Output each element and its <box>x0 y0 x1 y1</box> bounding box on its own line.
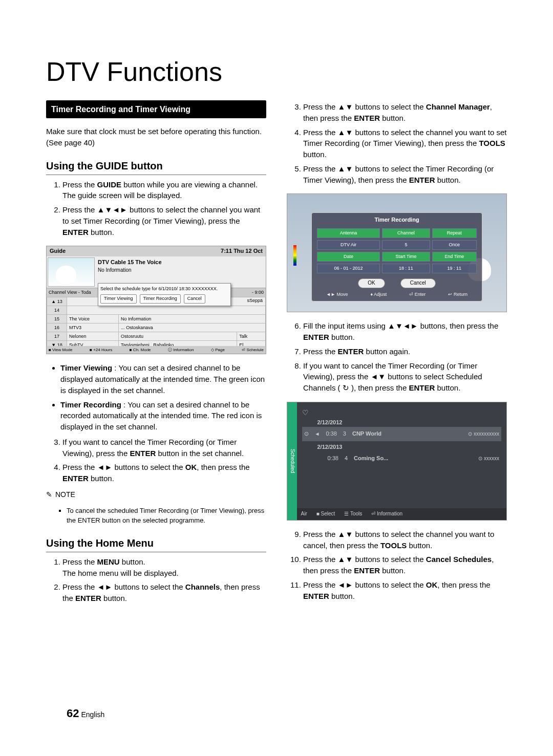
figure-guide-screen: Guide 7:11 Thu 12 Oct DTV Cable 15 The V… <box>46 246 266 354</box>
right-steps-2: Fill the input items using ▲▼◄► buttons,… <box>287 320 507 394</box>
r-step-3: Press the ▲▼ buttons to select the Chann… <box>303 101 507 124</box>
bullet-timer-viewing: Timer Viewing : You can set a desired ch… <box>60 362 266 396</box>
note-label: ✎ NOTE <box>46 489 266 500</box>
right-steps-1: Press the ▲▼ buttons to select the Chann… <box>287 101 507 185</box>
guide-no-information: No Information <box>98 267 264 274</box>
figure-scheduled-list: Scheduled ♡ 2/12/2012 ⊙ ◄ 0:383 CNP Worl… <box>287 402 507 521</box>
home-step-2: Press the ◄► buttons to select the Chann… <box>62 581 266 604</box>
guide-bullets: Timer Viewing : You can set a desired ch… <box>46 362 266 433</box>
step-4: Press the ◄► buttons to select the OK, t… <box>62 462 266 484</box>
r-step-6: Fill the input items using ▲▼◄► buttons,… <box>303 320 507 343</box>
heart-icon: ♡ <box>302 407 502 418</box>
popup-timer-viewing[interactable]: Timer Viewing <box>100 294 137 303</box>
scheduled-row-2[interactable]: 0:384 Coming So... ⊙ xxxxxx <box>302 451 502 466</box>
rainbow-strip <box>293 245 296 266</box>
right-steps-3: Press the ▲▼ buttons to select the chann… <box>287 529 507 602</box>
dialog-cancel-button[interactable]: Cancel <box>400 278 436 288</box>
guide-clock: 7:11 Thu 12 Oct <box>221 247 263 255</box>
r-step-5: Press the ▲▼ buttons to select the Timer… <box>303 163 507 186</box>
section-bar: Timer Recording and Timer Viewing <box>46 100 266 118</box>
guide-time-column: - 9:00 <box>252 289 264 296</box>
note-list: To cancel the scheduled Timer Recording … <box>46 506 266 526</box>
bullet-timer-recording: Timer Recording : You can set a desired … <box>60 399 266 433</box>
page-title: DTV Functions <box>46 56 507 87</box>
subhead-home-menu: Using the Home Menu <box>46 536 266 552</box>
scheduled-tab[interactable]: Scheduled <box>287 402 297 520</box>
polar-bear-thumbnail <box>48 257 95 287</box>
date-2: 2/12/2013 <box>317 443 502 451</box>
step-1: Press the GUIDE button while you are vie… <box>62 179 266 202</box>
clock-icon: ↻ <box>343 383 349 392</box>
r-step-10: Press the ▲▼ buttons to select the Cance… <box>303 554 507 576</box>
r-step-11: Press the ◄► buttons to select the OK, t… <box>303 579 507 602</box>
guide-steps-2: If you want to cancel the Timer Recordin… <box>46 437 266 484</box>
home-menu-steps: Press the MENU button.The home menu will… <box>46 556 266 604</box>
r-step-7: Press the ENTER button again. <box>303 346 507 357</box>
r-step-9: Press the ▲▼ buttons to select the chann… <box>303 529 507 551</box>
scheduled-row-1[interactable]: ⊙ ◄ 0:383 CNP World ⊙ xxxxxxxxxx <box>302 427 502 441</box>
home-step-1: Press the MENU button.The home menu will… <box>62 556 266 579</box>
guide-steps-1: Press the GUIDE button while you are vie… <box>46 179 266 238</box>
timer-recording-dialog: Timer Recording AntennaChannelRepeat DTV… <box>311 212 482 301</box>
schedule-type-popup: Select the schedule type for 6/1/2010/ 1… <box>98 283 231 306</box>
guide-title: Guide <box>50 247 66 255</box>
note-item: To cancel the scheduled Timer Recording … <box>67 506 266 526</box>
step-3: If you want to cancel the Timer Recordin… <box>62 437 266 459</box>
subhead-guide: Using the GUIDE button <box>46 159 266 175</box>
step-2: Press the ▲▼◄► buttons to select the cha… <box>62 204 266 237</box>
page-number: 62 English <box>67 707 104 720</box>
figure-timer-recording-dialog: Timer Recording AntennaChannelRepeat DTV… <box>287 193 507 312</box>
note-icon: ✎ <box>46 489 52 500</box>
r-step-8: If you want to cancel the Timer Recordin… <box>303 360 507 394</box>
channel-view-label: Channel View - Toda <box>49 289 91 296</box>
clock-icon: ⊙ <box>304 430 309 438</box>
guide-footer: ■ View Mode ■ +24 Hours ■ Ch. Mode ⓘ Inf… <box>47 346 266 354</box>
guide-channel-title: DTV Cable 15 The Voice <box>98 258 264 267</box>
intro-text: Make sure that clock must be set before … <box>46 126 266 148</box>
scheduled-footer: Air ■ Select ☰ Tools ⏎ Information <box>297 508 507 520</box>
left-arrow-icon: ◄ <box>315 430 320 438</box>
popup-timer-recording[interactable]: Timer Recording <box>140 294 181 303</box>
dialog-ok-button[interactable]: OK <box>358 278 385 288</box>
popup-cancel[interactable]: Cancel <box>184 294 205 303</box>
guide-seppa: sSeppä <box>247 297 263 304</box>
r-step-4: Press the ▲▼ buttons to select the chann… <box>303 127 507 160</box>
date-1: 2/12/2012 <box>317 419 502 427</box>
